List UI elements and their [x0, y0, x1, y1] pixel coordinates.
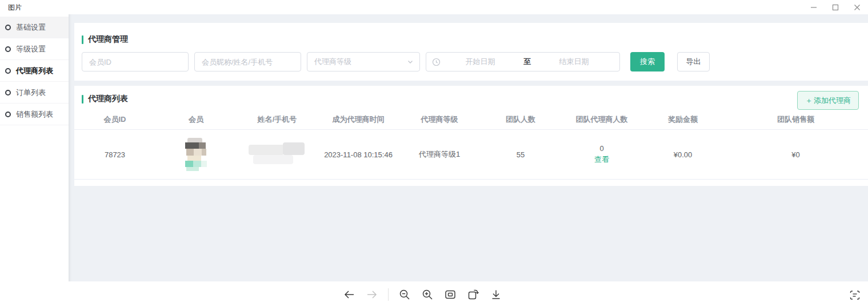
column-header: 奖励金额 — [642, 114, 723, 125]
column-header: 姓名/手机号 — [237, 114, 318, 125]
panel-title-agent-list: 代理商列表 — [74, 86, 868, 104]
titlebar: 图片 — [0, 0, 868, 14]
end-date-placeholder: 结束日期 — [534, 57, 614, 67]
add-agent-button[interactable]: ＋ 添加代理商 — [797, 91, 859, 110]
search-form: 代理商等级 开始日期 至 结束日期 搜索 导出 — [82, 52, 868, 71]
window-controls — [803, 0, 868, 14]
column-header: 会员ID — [74, 114, 155, 125]
photo-viewport: 基础设置 等级设置 代理商列表 订单列表 销售额列表 代理商管理 — [0, 14, 868, 281]
panel-title-text: 代理商列表 — [88, 94, 128, 104]
team-agent-count-value: 0 — [599, 144, 603, 153]
scan-text-icon[interactable] — [849, 289, 861, 301]
title-accent-bar — [82, 95, 83, 104]
rotate-icon[interactable] — [466, 288, 480, 301]
minimize-icon[interactable] — [803, 0, 825, 14]
sidebar-item-label: 等级设置 — [16, 44, 46, 54]
circle-icon — [5, 90, 11, 96]
panel-title-text: 代理商管理 — [88, 34, 128, 45]
nickname-input[interactable] — [194, 52, 301, 71]
photo-toolbar — [342, 288, 503, 301]
plus-icon: ＋ — [805, 96, 813, 106]
main-content: 代理商管理 代理商等级 开始日期 至 结束日期 搜 — [69, 14, 868, 281]
agent-management-panel: 代理商管理 代理商等级 开始日期 至 结束日期 搜 — [74, 23, 868, 81]
sidebar-item-label: 代理商列表 — [16, 66, 53, 76]
sidebar-item-label: 基础设置 — [16, 22, 46, 33]
search-button[interactable]: 搜索 — [630, 52, 665, 71]
sidebar-item-basic-settings[interactable]: 基础设置 — [0, 17, 69, 38]
redacted-text — [249, 142, 306, 166]
circle-icon — [5, 25, 11, 30]
add-agent-label: 添加代理商 — [814, 96, 851, 106]
start-date-placeholder: 开始日期 — [441, 57, 520, 67]
sidebar-item-sales-list[interactable]: 销售额列表 — [0, 104, 69, 125]
sidebar-item-order-list[interactable]: 订单列表 — [0, 82, 69, 104]
agent-list-panel: 代理商列表 ＋ 添加代理商 会员ID 会员 姓名/手机号 成为代理商时间 代理商… — [74, 86, 868, 186]
chevron-down-icon — [407, 58, 414, 65]
agent-level-select[interactable]: 代理商等级 — [307, 52, 420, 71]
column-header: 团队人数 — [480, 114, 561, 125]
maximize-icon[interactable] — [825, 0, 846, 14]
circle-icon — [5, 112, 11, 117]
column-header: 会员 — [155, 114, 237, 125]
forward-icon[interactable] — [365, 288, 379, 301]
zoom-out-icon[interactable] — [398, 288, 411, 301]
column-header: 团队代理商人数 — [561, 114, 642, 125]
sidebar-item-label: 销售额列表 — [16, 109, 53, 120]
fit-to-window-icon[interactable] — [443, 288, 457, 301]
column-header: 代理商等级 — [399, 114, 480, 125]
cell-member-id: 78723 — [74, 150, 155, 159]
column-header: 成为代理商时间 — [318, 114, 399, 125]
sidebar-item-level-settings[interactable]: 等级设置 — [0, 38, 69, 60]
column-header: 团队销售额 — [723, 114, 868, 125]
cell-team-agent-count: 0 查看 — [561, 144, 642, 165]
save-icon[interactable] — [489, 288, 503, 301]
circle-icon — [5, 68, 11, 74]
sidebar: 基础设置 等级设置 代理商列表 订单列表 销售额列表 — [0, 14, 69, 281]
select-placeholder: 代理商等级 — [314, 57, 351, 67]
circle-icon — [5, 46, 11, 52]
table-header-row: 会员ID 会员 姓名/手机号 成为代理商时间 代理商等级 团队人数 团队代理商人… — [74, 109, 868, 130]
cell-agent-level: 代理商等级1 — [399, 149, 480, 160]
panel-title-agent-management: 代理商管理 — [82, 34, 868, 45]
date-separator: 至 — [520, 57, 534, 67]
zoom-in-icon[interactable] — [421, 288, 434, 301]
sidebar-item-agent-list[interactable]: 代理商列表 — [0, 60, 69, 82]
back-icon[interactable] — [342, 288, 356, 301]
avatar — [185, 138, 207, 171]
date-range-picker[interactable]: 开始日期 至 结束日期 — [426, 52, 620, 71]
cell-team-count: 55 — [480, 150, 561, 159]
export-button[interactable]: 导出 — [677, 52, 710, 71]
view-link[interactable]: 查看 — [594, 154, 609, 165]
cell-member-avatar — [155, 138, 237, 171]
title-accent-bar — [82, 35, 83, 44]
cell-reward-amount: ¥0.00 — [642, 150, 723, 159]
table-row: 78723 2023-11-08 10:15:46 代理商等级1 55 0 — [74, 130, 868, 180]
clock-icon — [432, 58, 441, 66]
cell-team-sales: ¥0 — [723, 150, 868, 159]
sidebar-item-label: 订单列表 — [16, 88, 46, 98]
cell-become-time: 2023-11-08 10:15:46 — [318, 150, 399, 159]
toolbar-divider — [388, 288, 389, 301]
member-id-input[interactable] — [82, 52, 189, 71]
cell-name-phone-redacted — [237, 142, 318, 166]
close-icon[interactable] — [846, 0, 868, 14]
app-title: 图片 — [8, 3, 22, 13]
